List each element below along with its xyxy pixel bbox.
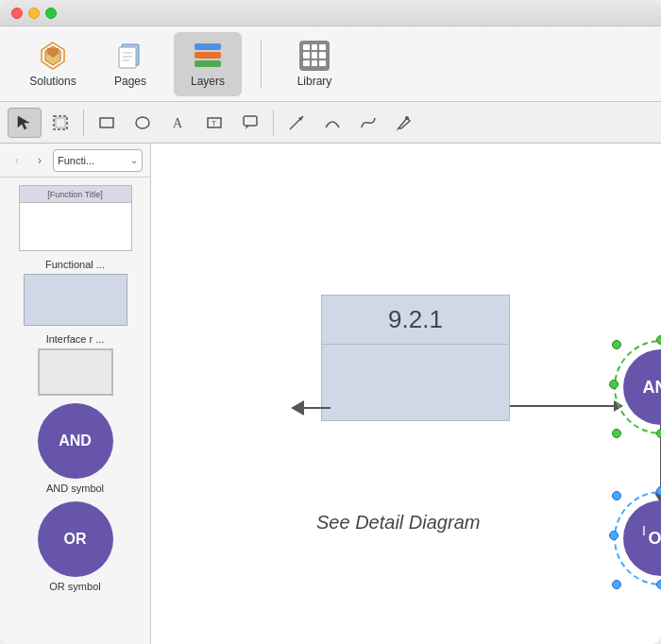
- sidebar-items: [Function Title] Functional ... Interfac…: [0, 178, 150, 644]
- list-item: AND AND symbol: [8, 403, 143, 494]
- tool-sep-2: [273, 110, 274, 136]
- sidebar-item-label: AND symbol: [46, 483, 104, 494]
- breadcrumb-select[interactable]: Functi... ⌄: [53, 149, 143, 172]
- textbox-tool[interactable]: T: [197, 108, 231, 138]
- main-toolbar: Solutions Pages Layers: [0, 26, 661, 102]
- sidebar-item-label: Functional ...: [45, 259, 105, 270]
- layers-button[interactable]: Layers: [174, 32, 242, 96]
- rectangle-tool[interactable]: [90, 108, 124, 138]
- list-item: OR OR symbol: [8, 501, 143, 592]
- frame-select-tool[interactable]: [43, 108, 77, 138]
- tool-sep-1: [83, 110, 84, 136]
- svg-point-23: [405, 116, 409, 120]
- func-block-label-text: See Detail Diagram: [316, 512, 480, 533]
- close-button[interactable]: [11, 8, 23, 19]
- forward-button[interactable]: ›: [30, 151, 49, 170]
- breadcrumb-dropdown-icon: ⌄: [130, 155, 138, 165]
- handle-green-tl[interactable]: [612, 340, 621, 349]
- svg-text:A: A: [173, 116, 183, 130]
- sidebar-item-label: Interface r ...: [46, 333, 105, 345]
- func-block-label: See Detail Diagram: [316, 512, 480, 534]
- line-tool[interactable]: [280, 108, 314, 138]
- handle-blue-bl[interactable]: [612, 580, 621, 589]
- sidebar-item-label: OR symbol: [49, 581, 100, 592]
- text-tool[interactable]: A: [161, 108, 195, 138]
- and-label: AND: [643, 378, 662, 398]
- or-node[interactable]: OR 🔒 I: [623, 500, 661, 576]
- fullscreen-button[interactable]: [45, 8, 57, 19]
- select-tool[interactable]: [8, 108, 42, 138]
- list-item: [Function Title]: [8, 185, 143, 251]
- svg-rect-13: [56, 118, 65, 127]
- callout-tool[interactable]: [233, 108, 267, 138]
- handle-blue-bottom[interactable]: [656, 580, 661, 589]
- svg-rect-19: [244, 116, 257, 126]
- sidebar-nav: ‹ › Functi... ⌄: [0, 144, 150, 178]
- drawing-toolbar: A T: [0, 102, 661, 144]
- arc-tool[interactable]: [315, 108, 349, 138]
- curve-tool[interactable]: [351, 108, 385, 138]
- handle-green-top[interactable]: [656, 335, 661, 345]
- sidebar: ‹ › Functi... ⌄ [Function Title]: [0, 144, 151, 644]
- titlebar: [0, 0, 661, 26]
- minimize-button[interactable]: [28, 8, 40, 19]
- handle-blue-tl[interactable]: [612, 491, 621, 500]
- handle-green-bl[interactable]: [612, 429, 621, 438]
- svg-rect-14: [100, 118, 113, 127]
- svg-rect-8: [195, 43, 221, 50]
- list-item: Interface r ...: [8, 333, 143, 396]
- handle-blue-left[interactable]: [609, 531, 619, 540]
- func-title-header: [Function Title]: [20, 186, 131, 203]
- or-label: OR: [649, 529, 662, 549]
- svg-rect-4: [119, 47, 136, 68]
- svg-point-15: [136, 117, 149, 128]
- diagram-area: ↺ 9.2.1 See Detail Diagram A: [151, 144, 661, 644]
- handle-green-bottom[interactable]: [656, 429, 661, 438]
- func-to-and-arrow: [510, 400, 623, 412]
- main-area: ‹ › Functi... ⌄ [Function Title]: [0, 144, 661, 644]
- handle-green-left[interactable]: [609, 380, 619, 389]
- list-item: Functional ...: [8, 259, 143, 326]
- toolbar-separator: [261, 41, 262, 88]
- oval-tool[interactable]: [126, 108, 160, 138]
- and-node[interactable]: AND: [623, 349, 661, 425]
- svg-rect-9: [195, 52, 221, 59]
- library-label: Library: [297, 75, 332, 88]
- svg-line-24: [397, 128, 398, 130]
- solutions-label: Solutions: [29, 75, 76, 88]
- layers-label: Layers: [191, 75, 225, 88]
- pages-button[interactable]: Pages: [96, 32, 164, 96]
- breadcrumb-text: Functi...: [58, 155, 94, 166]
- svg-text:T: T: [212, 119, 216, 127]
- input-arrow: [291, 400, 330, 415]
- svg-rect-10: [195, 60, 221, 67]
- func-block-number: 9.2.1: [322, 296, 509, 345]
- library-button[interactable]: Library: [280, 32, 348, 96]
- pen-tool[interactable]: [387, 108, 421, 138]
- function-block[interactable]: 9.2.1: [321, 295, 510, 421]
- svg-marker-11: [18, 116, 29, 129]
- text-cursor-icon: I: [642, 523, 646, 538]
- func-title-label: [Function Title]: [47, 190, 103, 199]
- back-button[interactable]: ‹: [8, 151, 26, 170]
- canvas[interactable]: ↺ 9.2.1 See Detail Diagram A: [151, 144, 661, 644]
- traffic-lights: [11, 8, 57, 19]
- pages-label: Pages: [114, 75, 146, 88]
- handle-blue-top[interactable]: [656, 486, 661, 496]
- solutions-button[interactable]: Solutions: [19, 32, 87, 96]
